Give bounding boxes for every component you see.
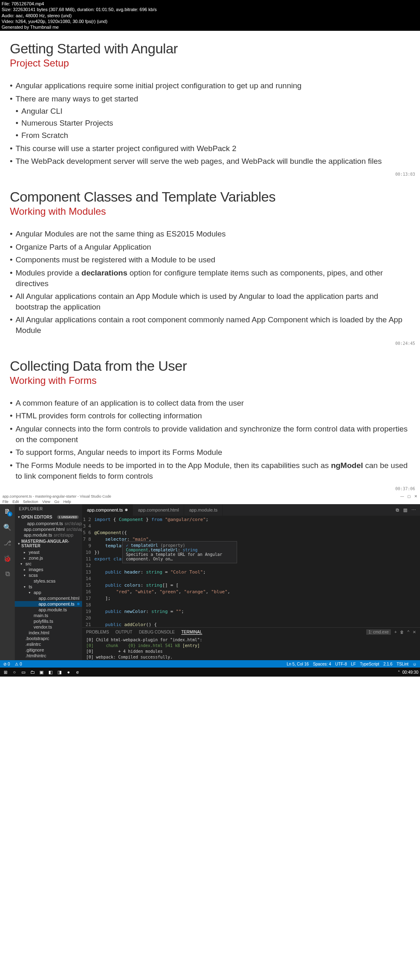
task-view-icon[interactable]: ▭	[20, 668, 27, 676]
chevron-down-icon: ▾	[18, 542, 20, 546]
slide: Getting Started with AngularProject Setu…	[0, 31, 420, 179]
maximize-panel-icon[interactable]: ^	[407, 630, 409, 634]
tree-item[interactable]: styles.scss	[15, 578, 82, 584]
tree-item[interactable]: ▾app	[15, 590, 82, 595]
explorer-icon[interactable]: 🗀	[29, 668, 36, 676]
slide: Component Classes and Template Variables…	[0, 179, 420, 348]
extensions-icon[interactable]: ⧉	[3, 570, 11, 578]
tree-item[interactable]: .gitignore	[15, 647, 82, 653]
bullet-item: Angular Modules are not the same thing a…	[10, 229, 410, 239]
statusbar: ⊘ 0 ⚠ 0 Ln 5, Col 16Spaces: 4UTF-8LFType…	[0, 660, 420, 668]
open-editor-item[interactable]: app.component.html src\ts\app	[15, 526, 82, 532]
menu-item[interactable]: Edit	[13, 500, 19, 504]
panel-tab[interactable]: DEBUG CONSOLE	[139, 630, 175, 634]
status-item[interactable]: Ln 5, Col 16	[287, 662, 309, 666]
menu-item[interactable]: View	[42, 500, 50, 504]
editor-tab[interactable]: app.component.ts	[82, 504, 133, 516]
terminal-select[interactable]: 1: cmd.exe	[366, 629, 391, 635]
terminal-icon[interactable]: ▣	[38, 668, 45, 676]
terminal-output[interactable]: [0] Child html-webpack-plugin for "index…	[82, 636, 420, 661]
menu-item[interactable]: Selection	[23, 500, 38, 504]
code-editor[interactable]: 1 2 3 4 5 6 7 8 9 10 11 12 13 14 15 16 1…	[82, 516, 420, 627]
cortana-icon[interactable]: ○	[11, 668, 18, 676]
close-panel-icon[interactable]: ✕	[413, 630, 416, 634]
chevron-icon: ▸	[24, 556, 27, 560]
editor-tab[interactable]: app.component.html	[133, 504, 184, 516]
tree-item[interactable]: ▸yeast	[15, 549, 82, 555]
bullet-item: All Angular applications contain a root …	[10, 314, 410, 335]
panel-tab[interactable]: PROBLEMS	[86, 630, 109, 634]
tree-item[interactable]: .htmlhintrc	[15, 653, 82, 659]
vscode-window: app.component.ts - mastering-angular-sta…	[0, 493, 420, 677]
slide: Collecting Data from the UserWorking wit…	[0, 348, 420, 493]
slide-title: Collecting Data from the User	[10, 358, 410, 374]
split-icon[interactable]: ▥	[403, 507, 407, 513]
status-item[interactable]: Spaces: 4	[313, 662, 331, 666]
more-icon[interactable]: ⋯	[411, 507, 416, 513]
status-warnings[interactable]: ⚠ 0	[15, 662, 22, 666]
bullet-item: Modules provide a declarations option fo…	[10, 268, 410, 289]
tree-item[interactable]: .bootstraprc	[15, 636, 82, 641]
open-editor-item[interactable]: app.module.ts src\ts\app	[15, 532, 82, 538]
menu-item[interactable]: File	[2, 500, 9, 504]
menu-item[interactable]: Go	[54, 500, 59, 504]
git-icon[interactable]: ⎇	[3, 539, 11, 547]
app-icon[interactable]: ◧	[47, 668, 54, 676]
status-item[interactable]: TSLint	[397, 662, 409, 666]
status-item[interactable]: UTF-8	[335, 662, 347, 666]
project-section[interactable]: ▾ MASTERING-ANGULAR-STARTER	[15, 538, 82, 549]
chevron-icon: ▾	[29, 591, 32, 594]
tree-item[interactable]: ▸zone.js	[15, 555, 82, 561]
tree-item[interactable]: app.component.html	[15, 595, 82, 601]
tree-item[interactable]: ▾src	[15, 561, 82, 567]
taskbar-time: 00:49:30	[402, 670, 418, 675]
chevron-down-icon: ▾	[18, 515, 20, 519]
tree-item[interactable]: .eslintrc	[15, 641, 82, 647]
status-item[interactable]: 2.1.6	[383, 662, 393, 666]
activity-bar: 🗎1 🔍 ⎇ 🐞 ⧉	[0, 504, 15, 660]
tree-item[interactable]: ▾ts	[15, 584, 82, 590]
modified-dot-icon	[77, 603, 80, 605]
tray-chevron-icon[interactable]: ˄	[398, 670, 400, 675]
tree-item[interactable]: vendor.ts	[15, 624, 82, 630]
tree-item[interactable]: ▾scss	[15, 572, 82, 578]
kill-terminal-icon[interactable]: 🗑	[400, 630, 404, 634]
slide-title: Getting Started with Angular	[10, 41, 410, 57]
tree-item[interactable]: main.ts	[15, 613, 82, 618]
meta-size: Size: 322630141 bytes (307.68 MiB), dura…	[2, 7, 418, 12]
tree-item[interactable]: app.component.ts	[15, 601, 82, 607]
sub-bullet-item: Angular CLI	[16, 106, 410, 117]
browser-icon[interactable]: ●	[65, 668, 72, 676]
minimize-icon[interactable]: —	[400, 494, 404, 498]
status-item[interactable]: LF	[351, 662, 356, 666]
ie-icon[interactable]: e	[74, 668, 81, 676]
close-icon[interactable]: ✕	[414, 494, 418, 498]
windows-start-icon[interactable]: ⊞	[2, 668, 9, 676]
debug-icon[interactable]: 🐞	[3, 554, 11, 562]
files-icon[interactable]: 🗎1	[3, 507, 11, 516]
status-errors[interactable]: ⊘ 0	[3, 662, 10, 666]
tree-item[interactable]: app.module.ts	[15, 607, 82, 613]
code-content[interactable]: import { Component } from "@angular/core…	[94, 516, 420, 627]
chevron-icon: ▸	[24, 551, 27, 554]
tree-item[interactable]: ▸images	[15, 567, 82, 572]
intellisense-tooltip: ✓ templateUrl (property) Component.templ…	[122, 541, 237, 563]
maximize-icon[interactable]: ▢	[407, 494, 411, 498]
editor-tab[interactable]: app.module.ts	[184, 504, 223, 516]
panel-tab[interactable]: TERMINAL	[181, 630, 202, 635]
add-terminal-icon[interactable]: +	[394, 630, 397, 634]
compare-icon[interactable]: ⧉	[396, 507, 399, 513]
status-item[interactable]: ☺	[413, 662, 417, 666]
search-icon[interactable]: 🔍	[3, 523, 11, 531]
status-item[interactable]: TypeScript	[360, 662, 379, 666]
bullet-item: There are many ways to get startedAngula…	[10, 94, 410, 141]
panel-tab[interactable]: OUTPUT	[116, 630, 132, 634]
tree-item[interactable]: polyfills.ts	[15, 618, 82, 624]
tree-item[interactable]: index.html	[15, 630, 82, 636]
vscode-menubar: FileEditSelectionViewGoHelp	[0, 499, 420, 504]
menu-item[interactable]: Help	[63, 500, 71, 504]
vscode-taskbar-icon[interactable]: ◨	[56, 668, 63, 676]
open-editor-item[interactable]: app.component.ts src\ts\app	[15, 521, 82, 526]
meta-file: File: 705126704.mp4	[2, 1, 418, 7]
open-editors-section[interactable]: ▾ OPEN EDITORS 1 UNSAVED	[15, 514, 82, 521]
